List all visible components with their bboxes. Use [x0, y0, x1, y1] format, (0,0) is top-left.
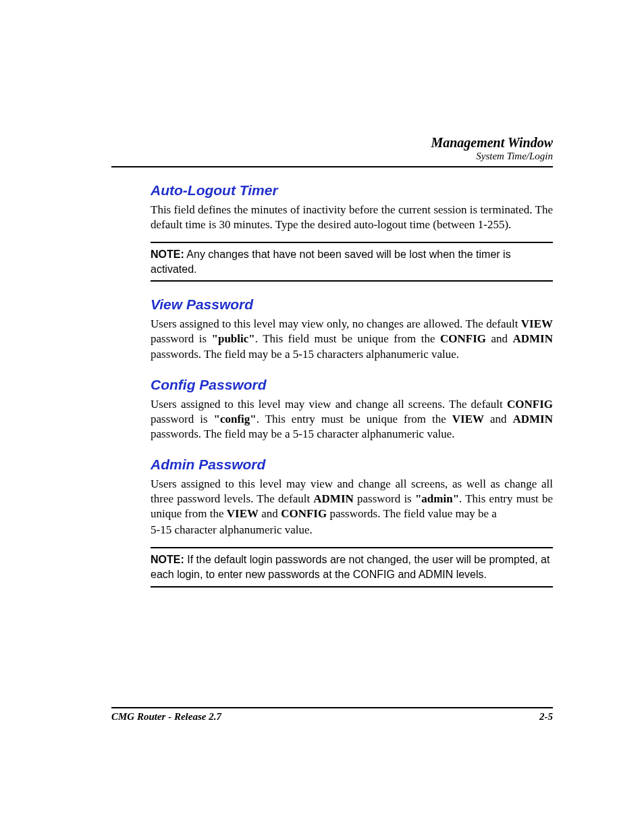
bold-run: ADMIN — [513, 332, 554, 345]
section-title-config-password: Config Password — [151, 377, 553, 393]
admin-password-text: Users assigned to this level may view an… — [151, 477, 553, 521]
section-title-view-password: View Password — [151, 296, 553, 313]
note-text: Any changes that have not been saved wil… — [151, 249, 511, 275]
bold-run: "admin" — [415, 492, 459, 505]
text-run: . This field must be unique from the — [255, 332, 440, 345]
header-title: Management Window — [111, 135, 553, 151]
note-auto-logout: NOTE: Any changes that have not been sav… — [151, 242, 553, 282]
bold-run: ADMIN — [313, 492, 354, 505]
bold-run: ADMIN — [513, 413, 554, 425]
view-password-text: Users assigned to this level may view on… — [151, 317, 553, 361]
header-rule — [111, 166, 553, 167]
text-run: passwords. The field may be a 5-15 chara… — [151, 427, 454, 440]
bold-run: "public" — [212, 332, 255, 345]
text-run: passwords. The field value may be a — [327, 507, 497, 520]
page-footer: CMG Router - Release 2.7 2-5 — [111, 707, 553, 723]
bold-run: VIEW — [227, 507, 259, 520]
text-run: Users assigned to this level may view an… — [151, 398, 507, 411]
text-run: and — [486, 332, 513, 345]
footer-left: CMG Router - Release 2.7 — [111, 711, 221, 723]
section-title-admin-password: Admin Password — [151, 457, 553, 473]
text-run: . This entry must be unique from the — [257, 413, 452, 425]
text-run: passwords. The field may be a 5-15 chara… — [151, 348, 459, 361]
note-label: NOTE: — [151, 554, 184, 565]
bold-run: CONFIG — [440, 332, 486, 345]
admin-password-text-2: 5-15 character alphanumeric value. — [151, 523, 553, 538]
text-run: password is — [151, 332, 212, 345]
text-run: password is — [151, 413, 214, 425]
auto-logout-text: This field defines the minutes of inacti… — [151, 203, 553, 232]
page-header: Management Window System Time/Login — [111, 135, 553, 162]
config-password-text: Users assigned to this level may view an… — [151, 397, 553, 442]
bold-run: VIEW — [521, 317, 553, 330]
header-subtitle: System Time/Login — [111, 151, 553, 162]
bold-run: "config" — [214, 413, 257, 425]
bold-run: VIEW — [452, 413, 484, 425]
text-run: and — [259, 507, 281, 520]
bold-run: CONFIG — [507, 398, 553, 411]
note-admin-password: NOTE: If the default login passwords are… — [151, 547, 553, 587]
text-run: Users assigned to this level may view on… — [151, 317, 521, 330]
footer-right: 2-5 — [539, 711, 553, 723]
text-run: password is — [354, 492, 415, 505]
text-run: and — [484, 413, 512, 425]
note-text: If the default login passwords are not c… — [151, 554, 549, 580]
note-label: NOTE: — [151, 249, 184, 260]
content-area: Auto-Logout Timer This field defines the… — [111, 182, 553, 588]
bold-run: CONFIG — [281, 507, 327, 520]
section-title-auto-logout: Auto-Logout Timer — [151, 182, 553, 199]
